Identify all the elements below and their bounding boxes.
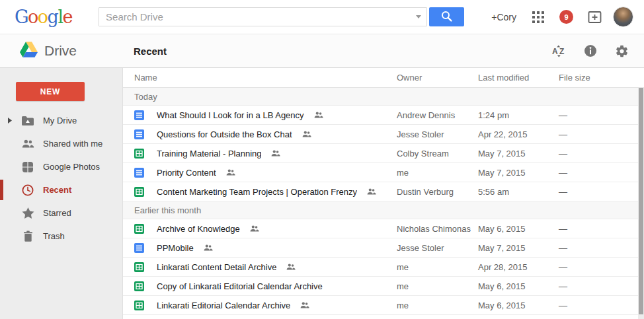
logo-letter: e [63, 7, 72, 27]
shared-people-icon [226, 169, 235, 176]
spreadsheet-icon [134, 149, 144, 159]
logo-letter: g [48, 7, 58, 27]
file-name-cell: PPMobile [123, 243, 397, 253]
last-modified-cell: May 7, 2015 [478, 149, 559, 159]
drive-header: Drive Recent A Z [0, 34, 644, 68]
document-icon [134, 243, 144, 253]
search-options-caret-icon[interactable] [416, 15, 421, 18]
last-modified-cell: Apr 22, 2015 [478, 129, 559, 139]
logo-letter: G [15, 7, 28, 27]
file-name-cell: Copy of Linkarati Editorial Calendar Arc… [123, 281, 397, 291]
last-modified-cell: Apr 28, 2015 [478, 262, 559, 272]
document-icon [134, 129, 144, 139]
sidebar-item-my-drive[interactable]: My Drive [0, 109, 122, 132]
owner-cell: Dustin Verburg [397, 187, 478, 197]
search-input[interactable] [99, 7, 427, 26]
settings-gear-icon[interactable] [615, 44, 629, 58]
recent-clock-icon [21, 184, 34, 196]
file-row[interactable]: Archive of KnowledgeNicholas ChimonasMay… [123, 219, 644, 238]
search-button[interactable] [429, 7, 464, 26]
file-size-cell: — [559, 187, 644, 197]
last-modified-cell: May 7, 2015 [478, 243, 559, 253]
info-icon[interactable] [584, 44, 597, 57]
shared-people-icon [367, 188, 376, 195]
topbar-right: +Cory 9 [491, 7, 633, 27]
grid-view-icon[interactable] [523, 46, 534, 56]
column-header-name: Name [123, 73, 397, 83]
file-name-cell: Questions for Outside the Box Chat [123, 129, 397, 139]
file-name: Copy of Linkarati Editorial Calendar Arc… [157, 281, 323, 291]
star-icon [21, 207, 34, 219]
file-list-panel: Name Owner Last modified File size Today… [123, 68, 644, 319]
account-name-link[interactable]: +Cory [491, 12, 516, 22]
last-modified-cell: May 6, 2015 [478, 301, 559, 310]
profile-avatar[interactable] [613, 7, 633, 27]
file-row[interactable]: Content Marketing Team Projects | Operat… [123, 182, 644, 201]
owner-cell: Jesse Stoler [397, 243, 478, 253]
file-row[interactable]: Questions for Outside the Box ChatJesse … [123, 125, 644, 144]
sidebar-item-trash[interactable]: Trash [0, 225, 122, 248]
sort-az-icon[interactable]: A Z [551, 45, 566, 57]
file-row[interactable]: Priority ContentmeMay 7, 2015— [123, 163, 644, 182]
google-logo[interactable]: Google [15, 8, 72, 26]
owner-cell: Nicholas Chimonas [397, 224, 478, 234]
file-name: What Should I Look for in a LB Agency [157, 110, 304, 120]
file-name-cell: Content Marketing Team Projects | Operat… [123, 187, 397, 197]
drive-brand[interactable]: Drive [0, 42, 123, 60]
table-header: Name Owner Last modified File size [123, 68, 644, 88]
file-row[interactable]: PPMobileJesse StolerMay 7, 2015— [123, 238, 644, 258]
owner-cell: me [397, 301, 478, 310]
content: NEW My DriveShared with meGoogle PhotosR… [0, 68, 644, 319]
drive-wordmark: Drive [44, 43, 77, 59]
owner-cell: me [397, 262, 478, 272]
sidebar-item-shared-with-me[interactable]: Shared with me [0, 132, 122, 155]
scrollbar-thumb[interactable] [639, 88, 643, 314]
shared-people-icon [250, 225, 259, 232]
shared-people-icon [314, 112, 323, 118]
last-modified-cell: 5:56 am [478, 187, 559, 197]
file-row[interactable]: What Should I Look for in a LB AgencyAnd… [123, 106, 644, 125]
column-header-file-size: File size [559, 73, 644, 83]
spreadsheet-icon [134, 187, 144, 197]
expand-arrow-icon[interactable] [8, 118, 12, 124]
file-name-cell: Linkarati Content Detail Archive [123, 262, 397, 272]
add-photo-icon[interactable] [588, 11, 602, 24]
shared-people-icon [302, 131, 311, 137]
shared-people-icon [286, 264, 296, 270]
sidebar-item-label: Starred [43, 208, 71, 218]
file-size-cell: — [559, 110, 644, 120]
google-apps-grid-icon[interactable] [532, 11, 544, 23]
file-row[interactable]: Linkarati Editorial Calendar ArchivemeMa… [123, 296, 644, 315]
file-list: TodayWhat Should I Look for in a LB Agen… [123, 88, 644, 315]
owner-cell: Jesse Stoler [397, 129, 478, 139]
logo-letter: o [38, 7, 48, 27]
shared-people-icon [204, 244, 213, 251]
last-modified-cell: May 6, 2015 [478, 281, 559, 291]
file-name: Linkarati Content Detail Archive [157, 262, 276, 272]
file-name: Content Marketing Team Projects | Operat… [157, 187, 357, 197]
file-row[interactable]: Training Material - PlanningColby Stream… [123, 144, 644, 163]
file-row[interactable]: Copy of Linkarati Editorial Calendar Arc… [123, 277, 644, 296]
section-header: Today [123, 88, 644, 106]
sidebar-item-label: Shared with me [43, 139, 102, 149]
shared-with-me-icon [21, 139, 34, 148]
file-name-cell: Linkarati Editorial Calendar Archive [123, 301, 397, 310]
sidebar: NEW My DriveShared with meGoogle PhotosR… [0, 68, 123, 319]
file-name-cell: Training Material - Planning [123, 149, 397, 159]
file-size-cell: — [559, 129, 644, 139]
file-name: Questions for Outside the Box Chat [157, 129, 292, 139]
file-size-cell: — [559, 168, 644, 178]
sidebar-item-starred[interactable]: Starred [0, 201, 122, 225]
my-drive-folder-icon [21, 116, 34, 125]
file-size-cell: — [559, 243, 644, 253]
notifications-badge[interactable]: 9 [559, 10, 573, 24]
new-button[interactable]: NEW [16, 82, 85, 101]
svg-text:A: A [552, 47, 558, 56]
sidebar-item-recent[interactable]: Recent [0, 178, 122, 201]
document-icon [134, 168, 144, 178]
file-row[interactable]: Linkarati Content Detail ArchivemeApr 28… [123, 258, 644, 277]
sidebar-item-google-photos[interactable]: Google Photos [0, 155, 122, 178]
logo-letter: l [58, 7, 62, 27]
last-modified-cell: May 6, 2015 [478, 224, 559, 234]
google-photos-icon [21, 161, 34, 173]
